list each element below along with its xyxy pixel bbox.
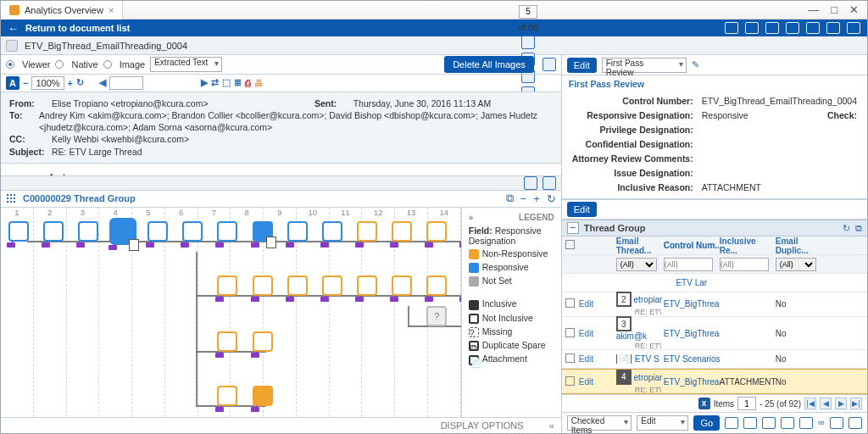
col-dup[interactable]: Email Duplic... [776,236,825,255]
thread-node[interactable] [182,221,203,242]
layout-icon-5[interactable] [806,22,820,34]
browser-tab[interactable]: Analytics Overview × [1,1,123,19]
grid-row[interactable]: Edit 2 etropiarRE: ET\ ETV_BigThreadNo [562,292,867,317]
grid-row[interactable]: ETV Lar [562,274,867,292]
thread-node[interactable]: ? [426,306,447,326]
return-link[interactable]: Return to document list [25,23,130,33]
thread-node[interactable] [357,221,377,242]
thread-node[interactable] [217,221,237,242]
native-radio[interactable] [55,60,64,69]
threadgroup-popout-icon[interactable]: ⧉ [506,192,514,205]
zoom-level[interactable]: 100% [31,76,64,90]
page-prev-icon[interactable]: ◀ [99,77,106,88]
back-arrow-icon[interactable]: ← [8,22,19,35]
layout-icon-4[interactable] [786,22,799,34]
filter-thread[interactable]: (All) [616,258,657,271]
zoom-out-icon[interactable]: − [23,78,28,88]
export-icon[interactable]: x [698,398,710,409]
bb-icon-3[interactable] [762,417,776,429]
grid-row-active[interactable]: Edit 4 etropiarRE: ET\ ETV_BigThreadATTA… [562,369,867,394]
bb-icon-4[interactable] [781,417,794,429]
filter-cn[interactable] [664,258,713,271]
annotate-icon[interactable]: A [6,76,19,90]
page-next-icon[interactable]: ▶ [201,77,208,88]
row-edit-link[interactable]: Edit [579,329,616,338]
thread-node[interactable] [217,275,237,296]
thread-node[interactable] [109,218,136,245]
thread-node[interactable] [253,386,273,406]
thread-node[interactable] [392,275,412,296]
row-edit-link[interactable]: Edit [579,377,616,387]
panel-collapse-icon[interactable]: − [567,222,579,234]
threadgroup-plus-icon[interactable]: + [533,192,540,205]
display-options-bar[interactable]: DISPLAY OPTIONS« [1,417,561,433]
thread-node[interactable] [217,386,237,406]
layout-icon-1[interactable] [725,22,738,34]
rotate-icon[interactable]: ↻ [76,77,84,88]
coding-edit-button[interactable]: Edit [567,58,597,73]
extracted-text-select[interactable]: Extracted Text [150,57,222,72]
grid-row[interactable]: Edit 3 akim@kRE: ET\ ETV_BigThreadNo [562,317,867,350]
tool-icon-c[interactable]: ≣ [234,77,242,88]
viewer-radio[interactable] [6,60,14,69]
thread-node[interactable] [426,275,447,296]
tool-icon-a[interactable]: ⇄ [211,77,219,88]
col-controlnum[interactable]: Control Num... [664,241,720,250]
row-checkbox[interactable] [565,353,575,363]
thread-node[interactable] [322,221,342,242]
grid-row[interactable]: Edit 📄ETV S ETV Scenarios_EmaiNo [562,350,867,369]
thread-node[interactable] [43,221,64,242]
pager-first[interactable]: |◀ [804,398,816,409]
row-checkbox[interactable] [565,376,575,386]
expand-icon[interactable] [542,176,556,190]
pager-last[interactable]: ▶| [850,398,862,409]
thread-node[interactable] [357,275,377,296]
panel-refresh-icon[interactable]: ↻ [843,223,850,234]
bb-icon-5[interactable] [799,417,813,429]
thread-node[interactable] [392,221,412,242]
col-thread[interactable]: Email Thread... [616,236,664,255]
pager-next[interactable]: ▶ [835,398,847,409]
coding-edit-button-2[interactable]: Edit [567,202,597,217]
page-box[interactable] [109,76,143,90]
viewer-settings-icon[interactable] [542,58,556,71]
pencil-icon[interactable]: ✎ [692,59,699,70]
nav-first-button[interactable] [521,36,535,49]
thread-node[interactable] [78,221,98,242]
items-page-input[interactable] [737,397,756,410]
action-select[interactable]: Edit [637,415,688,431]
layout-icon-2[interactable] [745,22,759,34]
thread-node[interactable] [322,275,342,296]
link-icon[interactable]: ∞ [818,417,825,429]
thread-node[interactable] [287,221,308,242]
layout-icon-7[interactable] [847,22,860,34]
thread-node[interactable] [8,221,29,242]
document-index-input[interactable] [519,5,537,19]
zoom-in-icon[interactable]: + [68,78,73,88]
grid-checkall[interactable] [565,240,575,249]
pdf-icon[interactable]: ⎙ [245,78,251,88]
print-icon[interactable]: 🖶 [254,78,264,88]
filter-ir[interactable] [720,258,769,271]
tab-close-icon[interactable]: × [108,5,114,15]
coding-layout-select[interactable]: First Pass Review [602,58,687,73]
pin-icon[interactable] [524,176,537,190]
pager-prev[interactable]: ◀ [820,398,832,409]
thread-node[interactable] [287,275,308,296]
thread-node[interactable] [253,275,273,296]
thread-node[interactable] [426,221,447,242]
thread-node[interactable] [217,331,237,352]
image-radio[interactable] [103,60,112,69]
bb-icon-1[interactable] [725,417,738,429]
layout-icon-6[interactable] [826,22,840,34]
row-checkbox[interactable] [565,298,575,308]
layout-icon-3[interactable] [765,22,779,34]
checked-items-select[interactable]: Checked Items [567,415,632,431]
row-edit-link[interactable]: Edit [579,354,616,364]
row-checkbox[interactable] [565,328,575,337]
row-edit-link[interactable]: Edit [579,299,616,309]
bb-icon-6[interactable] [830,417,843,429]
delete-all-images-button[interactable]: Delete All Images [444,56,534,73]
thread-node[interactable] [147,221,168,242]
threadgroup-refresh-icon[interactable]: ↻ [547,192,556,205]
